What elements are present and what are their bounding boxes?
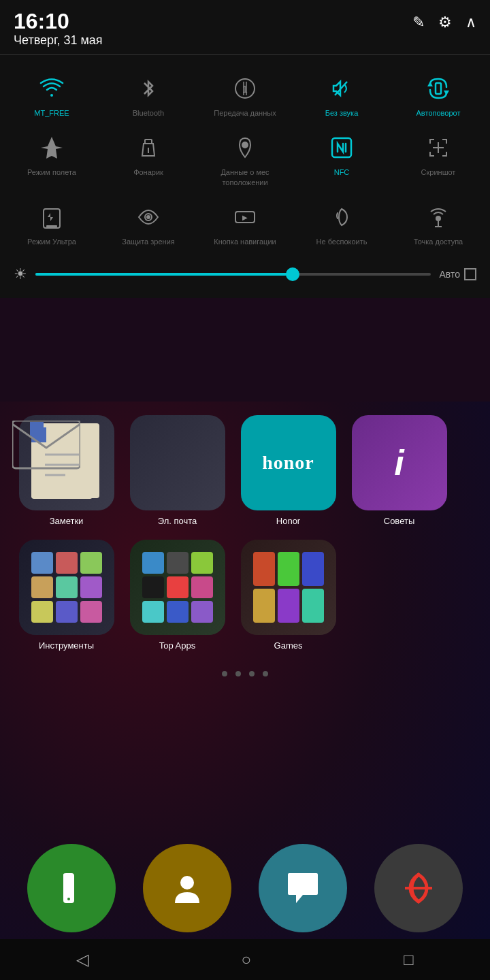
brightness-row: ☀ Авто [0, 260, 490, 291]
svg-rect-13 [46, 225, 57, 227]
quick-settings-grid: MT_FREE Bluetooth 1 Передача данных [0, 59, 490, 260]
brightness-auto-label: Авто [439, 269, 460, 280]
qs-screenshot-label: Скриншот [421, 167, 456, 177]
app-folder-games[interactable]: Games [239, 540, 338, 651]
email-label: Эл. почта [158, 516, 197, 526]
svg-rect-9 [332, 138, 351, 157]
eye-protect-icon [132, 201, 165, 233]
tools-label: Инструменты [39, 640, 94, 651]
tools-folder-icon [19, 540, 114, 635]
qs-navbutton[interactable]: ▶ Кнопка навигации [197, 194, 293, 253]
svg-text:▶: ▶ [242, 214, 248, 221]
tips-icon: i [352, 415, 447, 510]
apps-row-1: Заметки Эл. почта honor Honor i Советы [7, 408, 483, 533]
qs-navbutton-label: Кнопка навигации [214, 237, 276, 246]
status-date: Четверг, 31 мая [14, 33, 103, 48]
brightness-icon: ☀ [14, 265, 27, 283]
qs-airplane[interactable]: Режим полета [3, 125, 100, 194]
divider [0, 54, 490, 55]
qs-eyeprotect[interactable]: Защита зрения [100, 194, 197, 253]
dock-messages[interactable] [259, 844, 347, 932]
topapps-folder-icon [130, 540, 225, 635]
data-icon: 1 [229, 72, 261, 105]
ultramode-icon [35, 201, 68, 233]
collapse-icon[interactable]: ∧ [466, 14, 476, 31]
qs-bluetooth[interactable]: Bluetooth [100, 65, 197, 125]
brightness-thumb [286, 267, 299, 281]
page-dot-1[interactable] [235, 671, 241, 676]
app-folder-topapps[interactable]: Top Apps [128, 540, 227, 651]
autorotate-icon [422, 72, 455, 105]
app-tips[interactable]: i Советы [350, 415, 448, 526]
topapps-label: Top Apps [159, 640, 196, 651]
status-time: 16:10 [14, 10, 103, 32]
page-dot-3[interactable] [263, 671, 268, 676]
qs-bluetooth-label: Bluetooth [133, 108, 164, 118]
qs-flashlight-label: Фонарик [133, 167, 163, 177]
qs-location[interactable]: Данные о мес тоположении [197, 125, 293, 194]
qs-ultramode-label: Режим Ультра [27, 237, 76, 246]
nfc-icon [325, 131, 358, 164]
qs-data-label: Передача данных [214, 108, 276, 118]
location-icon [229, 131, 261, 164]
qs-autorotate-label: Автоповорот [416, 108, 461, 118]
qs-data[interactable]: 1 Передача данных [197, 65, 293, 125]
email-icon [130, 415, 225, 510]
back-button[interactable]: ◁ [63, 943, 102, 976]
qs-autorotate[interactable]: Автоповорот [390, 65, 487, 125]
qs-airplane-label: Режим полета [27, 167, 76, 177]
svg-point-27 [67, 898, 70, 900]
app-honor[interactable]: honor Honor [239, 415, 338, 526]
status-bar: 16:10 Четверг, 31 мая ✎ ⚙ ∧ [0, 0, 490, 51]
recent-button[interactable]: □ [390, 943, 427, 976]
games-label: Games [274, 640, 303, 651]
qs-eyeprotect-label: Защита зрения [122, 237, 175, 246]
qs-flashlight[interactable]: Фонарик [100, 125, 197, 194]
qs-silent[interactable]: Без звука [293, 65, 390, 125]
notification-panel: 16:10 Четверг, 31 мая ✎ ⚙ ∧ MT_FREE [0, 0, 490, 298]
auto-checkbox[interactable] [464, 268, 476, 280]
honor-label: Honor [276, 516, 300, 526]
svg-marker-3 [427, 82, 433, 86]
home-button[interactable]: ○ [227, 943, 265, 976]
qs-dnd-label: Не беспокоить [316, 237, 368, 246]
hotspot-icon [422, 201, 455, 233]
settings-icon[interactable]: ⚙ [438, 14, 452, 31]
svg-rect-5 [436, 83, 441, 94]
time-date-group: 16:10 Четверг, 31 мая [14, 10, 103, 48]
qs-silent-label: Без звука [325, 108, 359, 118]
nav-button-icon: ▶ [229, 201, 261, 233]
games-folder-icon [241, 540, 336, 635]
screenshot-icon [422, 131, 455, 164]
app-folder-tools[interactable]: Инструменты [17, 540, 116, 651]
dock-contacts[interactable] [143, 844, 231, 932]
svg-marker-4 [444, 91, 449, 95]
qs-nfc[interactable]: NFC [293, 125, 390, 194]
dock [0, 837, 490, 939]
page-dot-0[interactable] [222, 671, 227, 676]
svg-point-18 [436, 216, 441, 221]
svg-point-28 [180, 876, 194, 889]
nav-bar: ◁ ○ □ [0, 939, 490, 980]
qs-hotspot[interactable]: Точка доступа [390, 194, 487, 253]
edit-icon[interactable]: ✎ [412, 14, 425, 31]
qs-ultramode[interactable]: Режим Ультра [3, 194, 100, 253]
tips-label: Советы [384, 516, 414, 526]
brightness-fill [35, 273, 293, 276]
qs-wifi[interactable]: MT_FREE [3, 65, 100, 125]
dnd-icon [325, 201, 358, 233]
airplane-icon [35, 131, 68, 164]
brightness-slider[interactable] [35, 273, 431, 276]
svg-point-15 [147, 216, 150, 218]
flashlight-icon [132, 131, 165, 164]
qs-hotspot-label: Точка доступа [414, 237, 463, 246]
qs-dnd[interactable]: Не беспокоить [293, 194, 390, 253]
dock-phone[interactable] [27, 844, 116, 932]
app-email[interactable]: Эл. почта [128, 415, 227, 526]
qs-screenshot[interactable]: Скриншот [390, 125, 487, 194]
dock-browser[interactable] [374, 844, 463, 932]
page-dot-2[interactable] [249, 671, 255, 676]
page-indicators [7, 657, 483, 690]
qs-wifi-label: MT_FREE [34, 108, 69, 118]
notes-label: Заметки [50, 516, 84, 526]
